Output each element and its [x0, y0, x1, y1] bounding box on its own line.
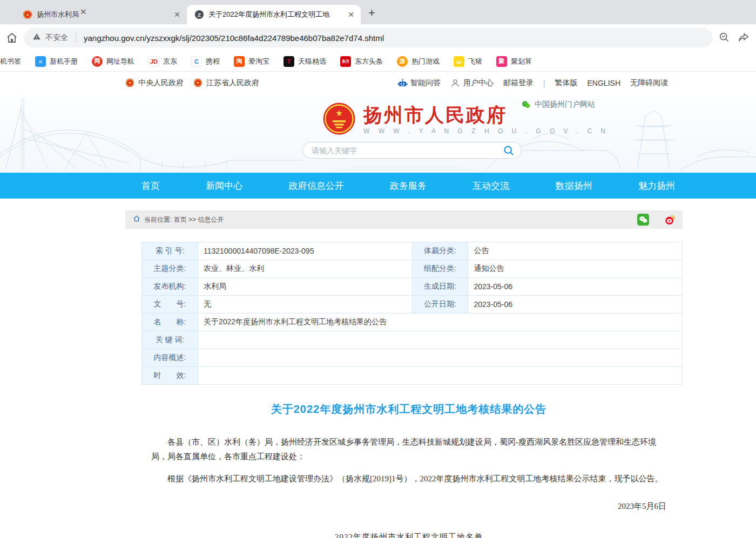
portal-wechat-link[interactable]: 中国扬州门户网站	[521, 100, 595, 110]
meta-label: 文 号:	[142, 296, 198, 314]
article-paragraph: 各县（市、区）水利（务）局，扬州经济开发区城乡事务管理局，生态科技新城规划建设局…	[151, 435, 666, 464]
main-navigation: 首页新闻中心政府信息公开政务服务互动交流数据扬州魅力扬州	[0, 173, 756, 199]
utility-link-label: 邮箱登录	[503, 78, 534, 88]
security-status-text: 不安全	[45, 33, 68, 43]
gov-link-label: 中央人民政府	[138, 78, 184, 88]
bookmark-favicon-icon: 聚	[496, 56, 507, 67]
bookmark-item[interactable]: JD京东	[148, 56, 177, 67]
breadcrumb: 当前位置: 首页 >> 信息公开	[125, 210, 683, 229]
bookmark-item[interactable]: ≡新机手册	[35, 56, 78, 67]
close-icon[interactable]: ✕	[173, 10, 181, 19]
nav-item[interactable]: 新闻中心	[206, 180, 242, 192]
gov-link[interactable]: ★中央人民政府	[125, 78, 184, 88]
bookmark-favicon-icon: 游	[397, 56, 408, 67]
national-emblem-logo: ★	[322, 102, 356, 138]
bookmark-item[interactable]: 东方东方头条	[340, 56, 383, 67]
nav-item[interactable]: 政府信息公开	[289, 180, 344, 192]
breadcrumb-home-icon[interactable]	[133, 215, 140, 224]
site-utility-bar: ★中央人民政府★江苏省人民政府 智能问答用户中心邮箱登录|繁体版ENGLISH无…	[0, 72, 756, 94]
meta-value	[198, 331, 682, 349]
tab-title: 关于2022年度扬州市水利工程文明工地	[208, 10, 342, 19]
bookmark-label: 网址导航	[106, 57, 134, 66]
utility-link[interactable]: 无障碍阅读	[630, 78, 668, 88]
utility-link[interactable]: 智能问答	[397, 78, 441, 88]
utility-link-label: ENGLISH	[588, 79, 620, 87]
meta-value: 无	[198, 296, 412, 314]
svg-text:★: ★	[196, 80, 200, 85]
browser-tab-active[interactable]: Z 关于2022年度扬州市水利工程文明工地 ✕	[187, 5, 361, 24]
bookmark-favicon-icon: C	[191, 56, 202, 67]
address-bar[interactable]: 不安全 yangzhou.gov.cn/yzszxxgk/slj/202305/…	[24, 28, 713, 47]
meta-row: 关 键 词:	[142, 331, 683, 349]
nav-item[interactable]: 政务服务	[390, 180, 427, 192]
site-favicon: Z	[194, 10, 204, 19]
bookmark-item[interactable]: 机书签	[0, 57, 21, 66]
meta-row: 内容概述:	[142, 349, 683, 367]
omnibox-divider	[76, 33, 76, 43]
bookmark-item[interactable]: C携程	[191, 56, 220, 67]
bookmark-item[interactable]: 游热门游戏	[397, 56, 440, 67]
meta-row: 发布机构:水利局生成日期:2023-05-06	[142, 278, 683, 296]
bookmark-item[interactable]: 网网址导航	[92, 56, 134, 67]
breadcrumb-text[interactable]: 当前位置: 首页 >> 信息公开	[144, 215, 224, 224]
bookmark-favicon-icon: 东方	[340, 56, 351, 67]
bookmark-label: 京东	[163, 57, 177, 66]
meta-label: 时 效:	[142, 367, 198, 385]
bookmark-item[interactable]: T天猫精选	[284, 56, 326, 67]
utility-link-label: 用户中心	[463, 78, 494, 88]
meta-label: 索 引 号:	[142, 242, 198, 260]
meta-row: 索 引 号:11321000014407098E-2023-095体裁分类:公告	[142, 242, 683, 260]
wechat-share-icon[interactable]	[637, 214, 649, 226]
bookmark-favicon-icon: ≡	[35, 56, 46, 67]
utility-link-label: 繁体版	[555, 78, 578, 88]
home-icon[interactable]	[5, 31, 18, 44]
meta-label: 组配分类:	[412, 260, 468, 278]
tab-title: 扬州市水利局	[37, 10, 168, 19]
zoom-out-icon[interactable]	[718, 31, 731, 44]
meta-row: 主题分类:农业、林业、水利组配分类:通知公告	[142, 260, 683, 278]
new-tab-button[interactable]: +	[368, 6, 375, 20]
search-input[interactable]	[312, 146, 503, 155]
bookmarks-bar: 机书签≡新机手册网网址导航JD京东C携程淘爱淘宝T天猫精选东方东方头条游热门游戏…	[0, 51, 756, 72]
meta-label: 名 称:	[142, 314, 198, 331]
utility-link[interactable]: 用户中心	[450, 78, 494, 88]
bookmark-label: 新机手册	[50, 57, 78, 66]
weibo-share-icon[interactable]	[664, 214, 676, 226]
meta-label: 发布机构:	[142, 278, 198, 296]
portal-label: 中国扬州门户网站	[535, 100, 595, 110]
browser-tab-bar: ✕ ★ 扬州市水利局 ✕ Z 关于2022年度扬州市水利工程文明工地 ✕ +	[0, 0, 756, 24]
meta-value: 公告	[468, 242, 683, 260]
utility-link[interactable]: 邮箱登录	[503, 78, 534, 88]
meta-value: 农业、林业、水利	[198, 260, 412, 278]
meta-value: 2023-05-06	[468, 278, 683, 296]
meta-label: 关 键 词:	[142, 331, 198, 349]
bookmark-item[interactable]: ω飞猪	[454, 56, 482, 67]
share-icon[interactable]	[738, 31, 751, 44]
utility-link[interactable]: 繁体版	[555, 78, 578, 88]
bookmark-item[interactable]: 淘爱淘宝	[234, 56, 269, 67]
article-list-title: 2022年度扬州市水利工程文明工地名单	[151, 532, 666, 538]
meta-value	[198, 367, 682, 385]
url-text[interactable]: yangzhou.gov.cn/yzszxxgk/slj/202305/210c…	[84, 33, 384, 43]
meta-value: 关于2022年度扬州市水利工程文明工地考核结果的公告	[198, 314, 682, 331]
bookmark-label: 飞猪	[468, 57, 482, 66]
browser-tab-inactive[interactable]: ★ 扬州市水利局 ✕	[15, 5, 187, 24]
bookmark-label: 机书签	[0, 57, 21, 66]
document-meta-table: 索 引 号:11321000014407098E-2023-095体裁分类:公告…	[141, 242, 683, 385]
search-icon[interactable]	[503, 145, 515, 156]
nav-item[interactable]: 首页	[141, 180, 160, 192]
nav-item[interactable]: 数据扬州	[556, 180, 592, 192]
close-icon[interactable]: ✕	[347, 10, 355, 19]
meta-label: 内容概述:	[142, 349, 198, 367]
close-icon[interactable]: ✕	[80, 7, 87, 17]
robot-icon	[397, 78, 407, 88]
meta-row: 名 称:关于2022年度扬州市水利工程文明工地考核结果的公告	[142, 314, 683, 331]
bookmark-item[interactable]: 聚聚划算	[496, 56, 532, 67]
site-search-box[interactable]	[302, 142, 522, 159]
bookmark-favicon-icon: 网	[92, 56, 103, 67]
utility-link[interactable]: ENGLISH	[588, 79, 620, 87]
nav-item[interactable]: 互动交流	[473, 180, 509, 192]
gov-link[interactable]: ★江苏省人民政府	[193, 78, 259, 88]
utility-link-label: 智能问答	[410, 78, 441, 88]
nav-item[interactable]: 魅力扬州	[638, 180, 675, 192]
